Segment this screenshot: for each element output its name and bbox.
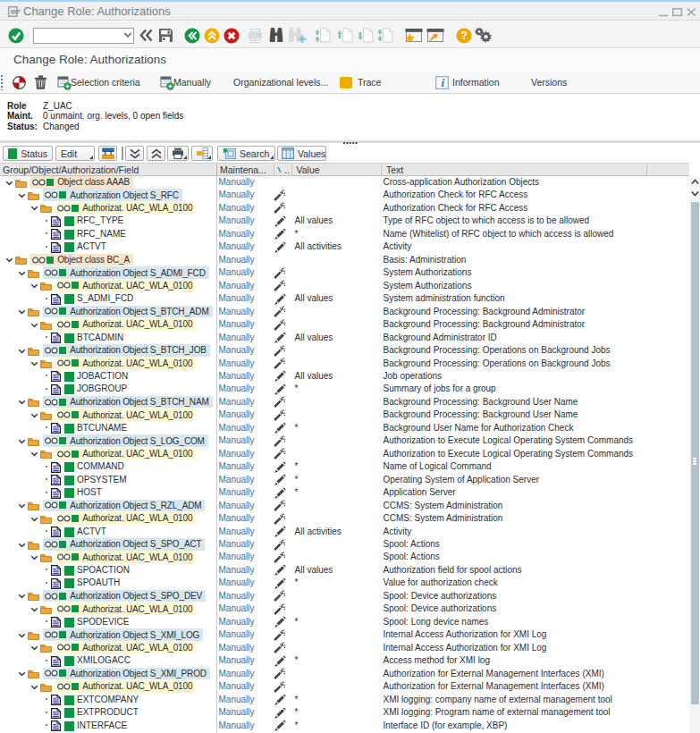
svg-text:?: ? — [460, 29, 468, 42]
svg-text:i: i — [441, 76, 444, 89]
